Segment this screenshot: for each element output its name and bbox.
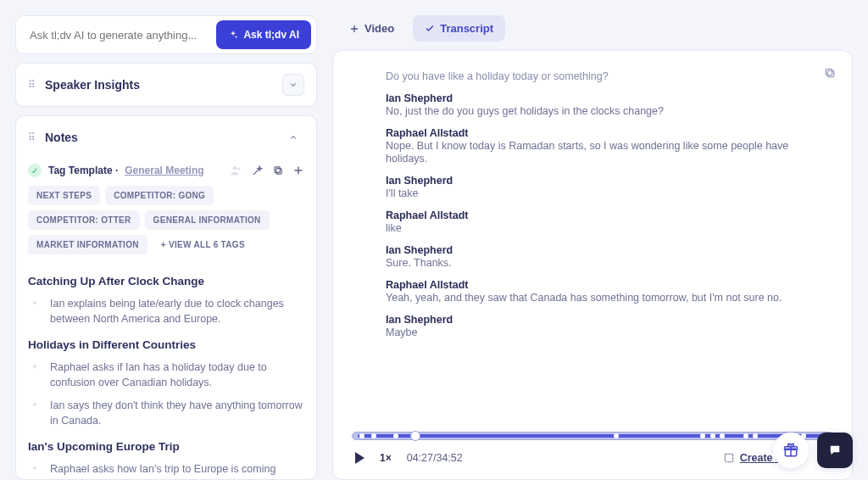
svg-rect-5: [827, 70, 833, 76]
transcript-text: like: [386, 222, 402, 234]
note-section-title: Holidays in Different Countries: [28, 338, 304, 351]
timeline-playhead[interactable]: [410, 431, 420, 441]
svg-rect-7: [725, 454, 732, 461]
tag-chip[interactable]: GENERAL INFORMATION: [145, 210, 270, 230]
transcript-line[interactable]: Ian ShepherdMaybe: [386, 314, 816, 338]
transcript-speaker: Raphael Allstadt: [386, 209, 816, 221]
timeline-marker[interactable]: [720, 433, 725, 438]
timeline-marker[interactable]: [710, 433, 715, 438]
notes-title: Notes: [45, 131, 274, 144]
sparkle-icon: [28, 463, 42, 477]
transcript-scroll[interactable]: Do you have like a holiday today or some…: [352, 70, 833, 423]
note-bullet-text: Raphael asks if Ian has a holiday today …: [50, 360, 304, 390]
note-bullet-text: Ian explains being late/early due to clo…: [50, 296, 304, 327]
timeline-marker[interactable]: [700, 433, 705, 438]
sparkle-icon: [28, 361, 42, 375]
chevron-down-icon[interactable]: [282, 74, 304, 96]
ask-ai-button[interactable]: Ask tl;dv AI: [216, 20, 311, 49]
timeline-marker[interactable]: [614, 433, 619, 438]
transcript-line[interactable]: Ian ShepherdSure. Thanks.: [386, 244, 816, 269]
note-bullet[interactable]: Ian says they don't think they have anyt…: [28, 394, 304, 432]
scissors-icon: [723, 452, 735, 464]
chevron-up-icon[interactable]: [282, 126, 304, 148]
tag-chip[interactable]: NEXT STEPS: [28, 186, 100, 205]
note-bullet-text: Raphael asks how Ian's trip to Europe is…: [50, 461, 304, 479]
note-bullet-text: Ian says they don't think they have anyt…: [50, 398, 304, 428]
transcript-line[interactable]: Do you have like a holiday today or some…: [386, 70, 816, 82]
transcript-line[interactable]: Ian ShepherdI'll take: [386, 175, 816, 199]
notes-panel: ⠿ Notes ✓ Tag Template · General Meeting: [15, 115, 317, 480]
transcript-text: Do you have like a holiday today or some…: [386, 70, 609, 82]
tab-transcript-label: Transcript: [440, 22, 493, 35]
svg-rect-4: [275, 167, 280, 172]
svg-point-1: [233, 166, 236, 170]
timeline[interactable]: [352, 432, 833, 440]
tabs: Video Transcript: [332, 15, 853, 42]
ai-search-input[interactable]: [30, 29, 216, 42]
speaker-insights-title: Speaker Insights: [45, 78, 274, 92]
transcript-speaker: Ian Shepherd: [386, 175, 816, 187]
transcript-panel: Do you have like a holiday today or some…: [332, 50, 853, 480]
sparkle-icon: [28, 399, 42, 413]
notes-sections: Catching Up After Clock ChangeIan explai…: [28, 275, 304, 479]
note-section-title: Ian's Upcoming Europe Trip: [28, 440, 304, 453]
transcript-speaker: Ian Shepherd: [386, 314, 816, 326]
ask-ai-button-label: Ask tl;dv AI: [243, 29, 299, 41]
transcript-line[interactable]: Raphael AllstadtNope. But I know today i…: [386, 127, 816, 165]
plus-icon[interactable]: [292, 165, 304, 176]
speaker-insights-panel: ⠿ Speaker Insights: [15, 63, 317, 107]
timeline-marker[interactable]: [359, 433, 364, 438]
tag-chip[interactable]: COMPETITOR: OTTER: [28, 210, 140, 230]
view-all-tags[interactable]: + VIEW ALL 6 TAGS: [153, 235, 253, 254]
timecode: 04:27/34:52: [407, 452, 463, 464]
tag-chip[interactable]: MARKET INFORMATION: [28, 235, 147, 254]
tag-template-row: ✓ Tag Template · General Meeting: [28, 159, 304, 186]
transcript-speaker: Ian Shepherd: [386, 92, 816, 104]
tag-chip[interactable]: COMPETITOR: GONG: [105, 186, 214, 205]
note-bullet[interactable]: Ian explains being late/early due to clo…: [28, 293, 304, 330]
chat-icon: [827, 443, 843, 458]
check-icon: ✓: [28, 164, 42, 177]
wand-icon[interactable]: [252, 165, 264, 176]
play-button[interactable]: [355, 452, 364, 464]
note-bullet[interactable]: Raphael asks how Ian's trip to Europe is…: [28, 458, 304, 479]
transcript-text: I'll take: [386, 187, 419, 199]
timeline-marker[interactable]: [371, 433, 376, 438]
tab-video-label: Video: [364, 22, 394, 35]
people-icon[interactable]: [230, 165, 243, 176]
svg-rect-6: [826, 69, 832, 75]
tag-template-label: Tag Template ·: [48, 165, 118, 176]
transcript-line[interactable]: Raphael AllstadtYeah, yeah, and they saw…: [386, 279, 816, 304]
svg-point-2: [237, 167, 240, 170]
timeline-marker[interactable]: [743, 433, 748, 438]
chat-button[interactable]: [817, 433, 853, 468]
speed-button[interactable]: 1×: [380, 452, 392, 464]
notes-header[interactable]: ⠿ Notes: [16, 116, 316, 159]
note-bullet[interactable]: Raphael asks if Ian has a holiday today …: [28, 356, 304, 393]
notes-body: ✓ Tag Template · General Meeting: [16, 159, 316, 479]
transcript-text: Yeah, yeah, and they saw that Canada has…: [386, 292, 782, 304]
plus-icon: [349, 24, 359, 34]
sparkle-icon: [228, 30, 238, 40]
copy-icon[interactable]: [823, 66, 837, 80]
tag-template-link[interactable]: General Meeting: [125, 165, 203, 176]
transcript-speaker: Raphael Allstadt: [386, 279, 816, 291]
drag-icon: ⠿: [28, 131, 36, 143]
transcript-line[interactable]: Ian ShepherdNo, just the do you guys get…: [386, 92, 816, 117]
tab-video[interactable]: Video: [337, 15, 406, 42]
player-controls: 1× 04:27/34:52 Create a clip: [352, 447, 833, 467]
transcript-text: Sure. Thanks.: [386, 257, 452, 269]
speaker-insights-header[interactable]: ⠿ Speaker Insights: [16, 64, 316, 106]
gift-button[interactable]: [773, 433, 809, 468]
transcript-text: Maybe: [386, 327, 418, 338]
svg-rect-3: [276, 169, 281, 174]
timeline-marker[interactable]: [753, 433, 758, 438]
transcript-text: No, just the do you guys get holidays in…: [386, 105, 664, 117]
timeline-marker[interactable]: [393, 433, 398, 438]
tag-chips: NEXT STEPSCOMPETITOR: GONGCOMPETITOR: OT…: [28, 186, 304, 266]
svg-point-0: [236, 36, 237, 38]
transcript-line[interactable]: Raphael Allstadtlike: [386, 209, 816, 234]
copy-icon[interactable]: [272, 165, 284, 176]
sparkle-icon: [28, 298, 42, 311]
tab-transcript[interactable]: Transcript: [413, 15, 505, 42]
